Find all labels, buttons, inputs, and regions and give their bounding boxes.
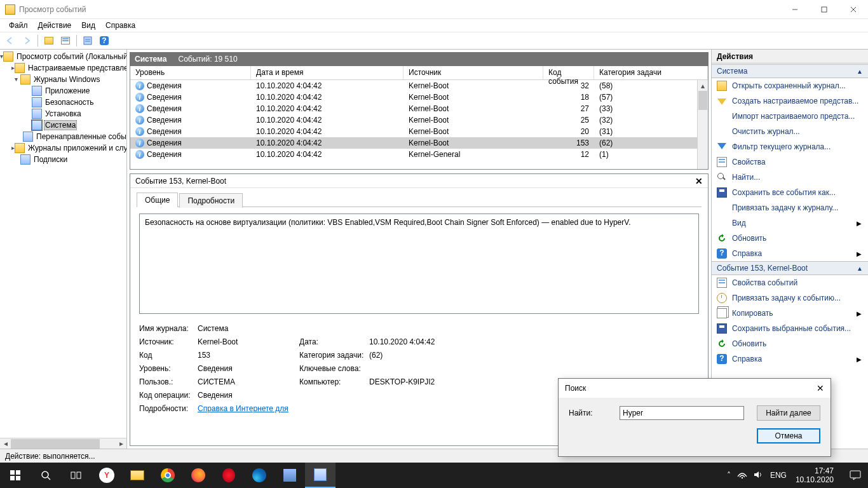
- action-item[interactable]: Открыть сохраненный журнал...: [712, 78, 868, 93]
- taskbar-app-eventviewer[interactable]: [305, 463, 336, 488]
- taskbar-app-yandex[interactable]: Y: [92, 463, 122, 488]
- find-dialog-titlebar: Поиск ✕: [559, 379, 831, 398]
- tab-general[interactable]: Общие: [137, 193, 178, 207]
- tray-language[interactable]: ENG: [770, 471, 787, 480]
- menu-help[interactable]: Справка: [100, 20, 140, 31]
- task-view-button[interactable]: [61, 463, 92, 488]
- column-level[interactable]: Уровень: [130, 66, 251, 79]
- tree-item-app-services-logs[interactable]: ▸ Журналы приложений и служб: [11, 142, 126, 154]
- tray-volume-icon[interactable]: [754, 470, 764, 481]
- cancel-button[interactable]: Отмена: [757, 428, 820, 444]
- tree-item-subscriptions[interactable]: Подписки: [11, 154, 126, 165]
- column-date[interactable]: Дата и время: [251, 66, 403, 79]
- toolbar-button-3[interactable]: [80, 34, 95, 48]
- event-category: (62): [594, 139, 708, 147]
- taskbar-app-opera[interactable]: [214, 463, 244, 488]
- action-item[interactable]: ?Справка▶: [712, 351, 868, 367]
- event-list-rows[interactable]: Сведения10.10.2020 4:04:42Kernel-Boot32(…: [130, 80, 708, 169]
- taskbar-app-edge[interactable]: [244, 463, 275, 488]
- scroll-right-icon[interactable]: ▸: [116, 438, 126, 449]
- action-item[interactable]: Очистить журнал...: [712, 124, 868, 139]
- online-help-link[interactable]: Справка в Интернете для: [198, 404, 288, 413]
- tree-horizontal-scrollbar[interactable]: ◂ ▸: [0, 438, 126, 449]
- action-item[interactable]: Создать настраиваемое представ...: [712, 93, 868, 109]
- scroll-thumb[interactable]: [698, 91, 707, 110]
- navigation-tree[interactable]: ▾ Просмотр событий (Локальный) ▸ Настраи…: [0, 50, 126, 165]
- event-row[interactable]: Сведения10.10.2020 4:04:42Kernel-Boot27(…: [130, 103, 708, 114]
- toolbar-button-1[interactable]: [41, 34, 57, 48]
- action-item[interactable]: Свойства событий: [712, 275, 868, 290]
- tray-network-icon[interactable]: [737, 470, 747, 481]
- tree-item-setup[interactable]: Установка: [23, 108, 126, 119]
- tree-collapse-icon[interactable]: ▾: [11, 76, 20, 83]
- event-description[interactable]: Безопасность на основе виртуализации (по…: [139, 214, 699, 314]
- tree-item-system[interactable]: Система: [23, 119, 126, 131]
- tree-item-forwarded[interactable]: Перенаправленные события: [23, 131, 126, 142]
- event-row[interactable]: Сведения10.10.2020 4:04:42Kernel-General…: [130, 149, 708, 160]
- tab-details[interactable]: Подробности: [179, 193, 243, 208]
- list-vertical-scrollbar[interactable]: ▴: [697, 80, 708, 169]
- actions-section-system[interactable]: Система ▲: [712, 64, 868, 78]
- tree-root[interactable]: ▾ Просмотр событий (Локальный): [0, 51, 126, 62]
- column-category[interactable]: Категория задачи: [594, 66, 708, 79]
- blank-icon: [717, 126, 727, 137]
- action-item[interactable]: Обновить: [712, 231, 868, 246]
- action-item[interactable]: Вид▶: [712, 215, 868, 231]
- action-item[interactable]: Найти...: [712, 170, 868, 185]
- tray-chevron-icon[interactable]: ˄: [727, 471, 731, 480]
- scroll-up-icon[interactable]: ▴: [698, 80, 708, 91]
- taskbar-app-chrome[interactable]: [153, 463, 183, 488]
- scroll-thumb[interactable]: [11, 439, 100, 449]
- menu-action[interactable]: Действие: [33, 20, 77, 31]
- taskbar-app-explorer[interactable]: [122, 463, 153, 488]
- start-button[interactable]: [0, 463, 31, 488]
- event-row[interactable]: Сведения10.10.2020 4:04:42Kernel-Boot32(…: [130, 80, 708, 92]
- scroll-track[interactable]: [11, 438, 116, 449]
- action-item[interactable]: Фильтр текущего журнала...: [712, 139, 868, 154]
- nav-forward-button[interactable]: [19, 34, 34, 48]
- find-input[interactable]: [620, 406, 744, 420]
- event-list-header[interactable]: Уровень Дата и время Источник Код событи…: [130, 66, 708, 80]
- column-event-id[interactable]: Код события: [543, 66, 594, 79]
- event-row[interactable]: Сведения10.10.2020 4:04:42Kernel-Boot18(…: [130, 92, 708, 103]
- action-item[interactable]: Свойства: [712, 154, 868, 170]
- menu-file[interactable]: Файл: [4, 20, 33, 31]
- toolbar-button-2[interactable]: [58, 34, 73, 48]
- column-source[interactable]: Источник: [403, 66, 543, 79]
- tree-item-custom-views[interactable]: ▸ Настраиваемые представления: [11, 62, 126, 74]
- nav-back-button[interactable]: [3, 34, 18, 48]
- maximize-button[interactable]: [810, 0, 839, 19]
- tree-item-security[interactable]: Безопасность: [23, 97, 126, 108]
- taskbar-app-firefox[interactable]: [183, 463, 214, 488]
- actions-section-event[interactable]: Событие 153, Kernel-Boot ▲: [712, 261, 868, 275]
- toolbar-button-4[interactable]: ?: [97, 34, 112, 48]
- search-button[interactable]: [31, 463, 61, 488]
- action-item[interactable]: ?Справка▶: [712, 246, 868, 261]
- funnel-icon: [717, 96, 727, 106]
- action-item[interactable]: Копировать▶: [712, 306, 868, 321]
- minimize-button[interactable]: [780, 0, 810, 19]
- find-dialog-close-button[interactable]: ✕: [817, 383, 824, 393]
- event-row[interactable]: Сведения10.10.2020 4:04:42Kernel-Boot25(…: [130, 114, 708, 126]
- taskbar-app-generic[interactable]: [275, 463, 305, 488]
- menubar: Файл Действие Вид Справка: [0, 19, 868, 32]
- action-item[interactable]: Привязать задачу к событию...: [712, 290, 868, 306]
- info-icon: [135, 150, 144, 159]
- detail-close-button[interactable]: ✕: [695, 176, 703, 186]
- scroll-left-icon[interactable]: ◂: [0, 438, 11, 449]
- notifications-button[interactable]: [843, 463, 868, 488]
- action-item[interactable]: Обновить: [712, 336, 868, 351]
- find-next-button[interactable]: Найти далее: [757, 405, 820, 421]
- tree-item-application[interactable]: Приложение: [23, 85, 126, 97]
- tray-clock[interactable]: 17:47 10.10.2020: [793, 466, 836, 484]
- event-row[interactable]: Сведения10.10.2020 4:04:42Kernel-Boot20(…: [130, 126, 708, 137]
- event-row[interactable]: Сведения10.10.2020 4:04:42Kernel-Boot153…: [130, 137, 708, 149]
- tree-item-windows-logs[interactable]: ▾ Журналы Windows: [11, 74, 126, 85]
- event-date: 10.10.2020 4:04:42: [251, 150, 403, 159]
- close-button[interactable]: [839, 0, 868, 19]
- action-item[interactable]: Привязать задачу к журналу...: [712, 200, 868, 215]
- action-item[interactable]: Сохранить все события как...: [712, 185, 868, 200]
- action-item[interactable]: Импорт настраиваемого предста...: [712, 109, 868, 124]
- action-item[interactable]: Сохранить выбранные события...: [712, 321, 868, 336]
- menu-view[interactable]: Вид: [76, 20, 100, 31]
